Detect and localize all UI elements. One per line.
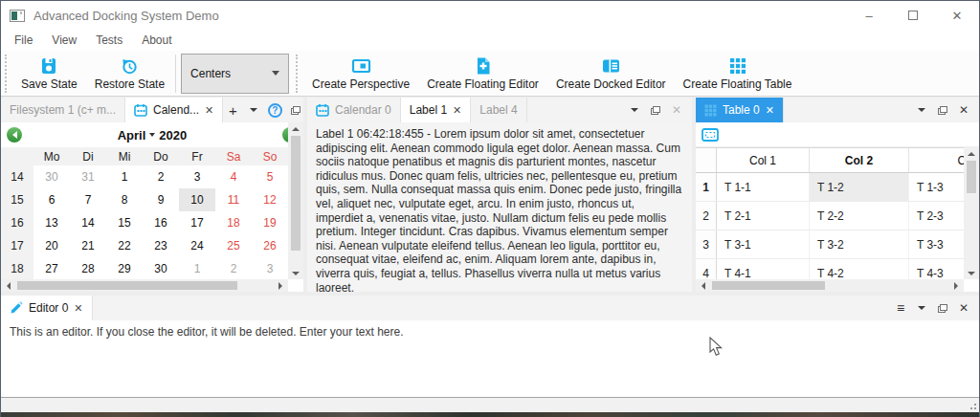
table-cell[interactable]: T 1-1 xyxy=(717,173,810,201)
calendar-day[interactable]: 31 xyxy=(70,165,106,188)
scroll-down-icon[interactable] xyxy=(288,267,303,279)
tabs-menu-button[interactable] xyxy=(244,100,263,120)
tab-label-1[interactable]: Label 1 ✕ xyxy=(401,98,472,122)
calendar-day[interactable]: 27 xyxy=(33,257,70,279)
undock-button[interactable] xyxy=(933,298,952,318)
calendar-day[interactable]: 3 xyxy=(252,257,288,279)
create-perspective-button[interactable]: Create Perspective xyxy=(303,54,418,93)
calendar-day[interactable]: 2 xyxy=(143,165,179,188)
calendar-day[interactable]: 25 xyxy=(215,234,252,257)
tab-calendar-0[interactable]: Calendar 0 xyxy=(307,98,401,122)
restore-state-button[interactable]: Restore State xyxy=(86,54,173,93)
close-dock-button[interactable]: ✕ xyxy=(667,100,686,120)
calendar-year[interactable]: 2020 xyxy=(159,128,187,143)
minimize-button[interactable]: – xyxy=(847,1,891,30)
close-dock-button[interactable]: ✕ xyxy=(954,100,973,120)
calendar-day[interactable]: 9 xyxy=(143,188,179,211)
column-header[interactable]: Col 3 xyxy=(909,148,964,172)
close-dock-button[interactable]: ✕ xyxy=(954,298,973,318)
close-icon[interactable]: ✕ xyxy=(205,104,213,117)
resize-selection-icon[interactable] xyxy=(702,128,719,142)
table-cell[interactable]: T 1-3 xyxy=(909,173,964,201)
menu-file[interactable]: File xyxy=(5,32,42,49)
calendar-day[interactable]: 10 xyxy=(179,188,215,211)
calendar-month-year[interactable]: April 2020 xyxy=(22,128,282,143)
create-floating-editor-button[interactable]: Create Floating Editor xyxy=(418,54,547,93)
calendar-day[interactable]: 29 xyxy=(106,257,143,279)
calendar-day[interactable]: 6 xyxy=(33,188,70,211)
undock-button[interactable] xyxy=(933,100,952,120)
row-header[interactable]: 4 xyxy=(696,259,717,279)
help-button[interactable]: ? xyxy=(265,100,284,120)
calendar-day[interactable]: 14 xyxy=(70,211,106,234)
calendar-day[interactable]: 7 xyxy=(70,188,106,211)
table-vscrollbar[interactable] xyxy=(964,147,979,279)
calendar-day[interactable]: 11 xyxy=(215,188,252,211)
table-cell[interactable]: T 4-2 xyxy=(810,259,909,279)
tabs-menu-button[interactable] xyxy=(912,100,931,120)
calendar-hscrollbar[interactable] xyxy=(1,279,288,292)
tab-table-0[interactable]: Table 0 ✕ xyxy=(696,98,784,122)
scrollbar-thumb[interactable] xyxy=(17,281,237,290)
calendar-day[interactable]: 22 xyxy=(106,234,143,257)
calendar-day[interactable]: 12 xyxy=(252,188,288,211)
calendar-day[interactable]: 28 xyxy=(70,257,106,279)
scrollbar-thumb[interactable] xyxy=(291,136,301,251)
create-floating-table-button[interactable]: Create Floating Table xyxy=(675,54,801,93)
scrollbar-thumb[interactable] xyxy=(712,281,825,290)
column-header[interactable]: Col 2 xyxy=(810,148,909,172)
scroll-right-icon[interactable] xyxy=(273,279,288,292)
undock-button[interactable] xyxy=(646,100,665,120)
tab-calendar[interactable]: Calend... ✕ xyxy=(125,98,223,122)
editor-menu-button[interactable]: ≡ xyxy=(891,298,910,318)
calendar-day[interactable]: 23 xyxy=(143,234,179,257)
calendar-vscrollbar[interactable] xyxy=(288,122,303,279)
calendar-day[interactable]: 30 xyxy=(33,165,70,188)
tabs-menu-button[interactable] xyxy=(912,298,931,318)
column-header[interactable]: Col 1 xyxy=(717,148,810,172)
save-state-button[interactable]: Save State xyxy=(12,54,86,93)
table-cell[interactable]: T 3-2 xyxy=(810,230,909,258)
calendar-day[interactable]: 13 xyxy=(33,211,70,234)
calendar-day[interactable]: 15 xyxy=(106,211,143,234)
calendar-month[interactable]: April xyxy=(118,128,146,143)
calendar-day[interactable]: 20 xyxy=(33,234,70,257)
calendar-day[interactable]: 18 xyxy=(215,211,252,234)
maximize-button[interactable] xyxy=(891,1,935,30)
tabs-menu-button[interactable] xyxy=(625,100,644,120)
scroll-up-icon[interactable] xyxy=(288,122,303,135)
calendar-day[interactable]: 21 xyxy=(70,234,106,257)
calendar-day[interactable]: 19 xyxy=(252,211,288,234)
toolbar-drag-handle[interactable] xyxy=(5,55,10,93)
scroll-down-icon[interactable] xyxy=(964,267,979,279)
editor-textarea[interactable]: This is an editor. If you close the edit… xyxy=(1,320,979,397)
scroll-right-icon[interactable] xyxy=(948,279,964,292)
close-button[interactable]: ✕ xyxy=(935,1,979,30)
calendar-day[interactable]: 24 xyxy=(179,234,215,257)
size-grip[interactable] xyxy=(968,401,977,410)
calendar-day[interactable]: 5 xyxy=(252,165,288,188)
table-hscrollbar[interactable] xyxy=(696,279,964,292)
close-icon[interactable]: ✕ xyxy=(74,302,82,315)
menu-view[interactable]: View xyxy=(42,32,86,49)
row-header[interactable]: 2 xyxy=(696,202,717,230)
add-tab-button[interactable]: + xyxy=(223,100,242,120)
row-header[interactable]: 3 xyxy=(696,230,717,258)
scroll-left-icon[interactable] xyxy=(696,279,711,292)
table-cell[interactable]: T 2-1 xyxy=(717,202,810,230)
scroll-up-icon[interactable] xyxy=(964,147,979,160)
calendar-day[interactable]: 16 xyxy=(143,211,179,234)
scrollbar-thumb[interactable] xyxy=(967,161,976,193)
table-cell[interactable]: T 2-3 xyxy=(909,202,964,230)
close-icon[interactable]: ✕ xyxy=(766,104,774,117)
scroll-left-icon[interactable] xyxy=(1,279,16,292)
undock-button[interactable] xyxy=(286,100,303,120)
tab-label-4[interactable]: Label 4 xyxy=(471,98,526,122)
tab-editor-0[interactable]: Editor 0 ✕ xyxy=(1,296,93,320)
perspective-combobox[interactable]: Centers xyxy=(181,54,289,94)
prev-month-button[interactable] xyxy=(7,127,22,143)
calendar-day[interactable]: 26 xyxy=(252,234,288,257)
table-cell[interactable]: T 4-1 xyxy=(717,259,810,279)
tab-filesystem-1[interactable]: Filesystem 1 (c+ m... xyxy=(1,98,125,122)
close-icon[interactable]: ✕ xyxy=(453,104,461,117)
